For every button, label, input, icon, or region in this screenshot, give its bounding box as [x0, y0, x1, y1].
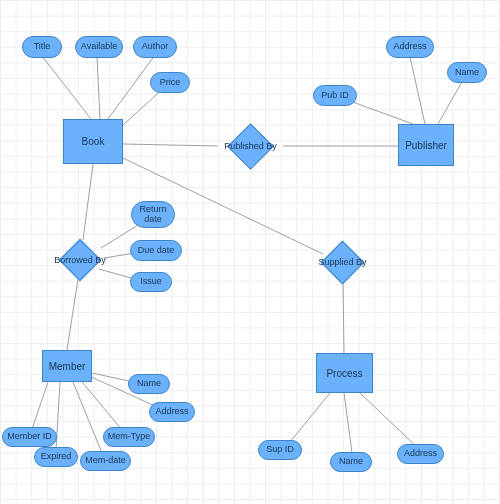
entity-member-label: Member	[49, 361, 86, 372]
attr-book-author[interactable]: Author	[133, 36, 177, 58]
entity-process[interactable]: Process	[316, 353, 373, 393]
attr-borrowed-issue-label: Issue	[140, 277, 162, 287]
attr-process-address-label: Address	[404, 449, 437, 459]
attr-publisher-address-label: Address	[393, 42, 426, 52]
attr-member-memdate[interactable]: Mem-date	[80, 451, 131, 471]
entity-member[interactable]: Member	[42, 350, 92, 382]
entity-book[interactable]: Book	[63, 119, 123, 164]
relationship-borrowed-by-label: Borrowed By	[54, 255, 106, 265]
svg-line-7	[410, 57, 425, 124]
svg-line-10	[67, 279, 78, 350]
attr-process-supid-label: Sup ID	[266, 445, 294, 455]
attr-process-name[interactable]: Name	[330, 452, 372, 472]
attr-borrowed-due-date-label: Due date	[138, 246, 175, 256]
attr-borrowed-due-date[interactable]: Due date	[130, 240, 182, 261]
attr-member-address[interactable]: Address	[149, 402, 195, 422]
er-diagram-canvas: Book Publisher Member Process Published …	[0, 0, 500, 504]
relationship-supplied-by-label: Supplied By	[318, 257, 366, 267]
svg-line-19	[73, 382, 104, 458]
svg-line-15	[343, 282, 344, 353]
entity-process-label: Process	[326, 368, 362, 379]
attr-borrowed-issue[interactable]: Issue	[130, 272, 172, 292]
attr-publisher-pubid-label: Pub ID	[321, 91, 349, 101]
attr-book-title-label: Title	[34, 42, 51, 52]
attr-member-name-label: Name	[137, 379, 161, 389]
attr-publisher-pubid[interactable]: Pub ID	[313, 85, 357, 106]
attr-member-name[interactable]: Name	[128, 374, 170, 394]
svg-line-9	[83, 164, 93, 240]
entity-publisher[interactable]: Publisher	[398, 124, 454, 166]
attr-book-author-label: Author	[142, 42, 169, 52]
attr-process-address[interactable]: Address	[397, 444, 444, 464]
attr-member-expired[interactable]: Expired	[34, 447, 78, 467]
svg-line-0	[42, 56, 91, 119]
attr-book-price[interactable]: Price	[150, 72, 190, 93]
relationship-published-by-label: Published By	[224, 141, 277, 151]
entity-book-label: Book	[82, 136, 105, 147]
attr-member-memdate-label: Mem-date	[85, 456, 126, 466]
relationship-supplied-by[interactable]: Supplied By	[311, 240, 374, 284]
relationship-borrowed-by[interactable]: Borrowed By	[50, 239, 110, 281]
entity-publisher-label: Publisher	[405, 140, 447, 151]
attr-book-price-label: Price	[160, 78, 181, 88]
attr-member-expired-label: Expired	[41, 452, 72, 462]
attr-process-name-label: Name	[339, 457, 363, 467]
svg-line-1	[97, 56, 100, 119]
relationship-published-by[interactable]: Published By	[218, 127, 283, 165]
attr-member-memtype-label: Mem-Type	[108, 432, 151, 442]
attr-member-memtype[interactable]: Mem-Type	[103, 427, 155, 447]
attr-publisher-address[interactable]: Address	[386, 36, 434, 58]
svg-line-4	[123, 144, 218, 146]
svg-line-23	[344, 393, 352, 453]
attr-book-available[interactable]: Available	[75, 36, 123, 58]
attr-book-title[interactable]: Title	[22, 36, 62, 58]
attr-member-memberid-label: Member ID	[7, 432, 52, 442]
attr-borrowed-return-date[interactable]: Return date	[131, 201, 175, 228]
attr-member-address-label: Address	[155, 407, 188, 417]
svg-line-8	[438, 80, 463, 124]
attr-process-supid[interactable]: Sup ID	[258, 440, 302, 460]
attr-member-memberid[interactable]: Member ID	[2, 427, 57, 447]
attr-publisher-name[interactable]: Name	[447, 62, 487, 83]
svg-line-2	[108, 55, 155, 119]
svg-line-24	[360, 393, 420, 450]
attr-publisher-name-label: Name	[455, 68, 479, 78]
attr-borrowed-return-date-label: Return date	[132, 205, 174, 225]
attr-book-available-label: Available	[81, 42, 117, 52]
